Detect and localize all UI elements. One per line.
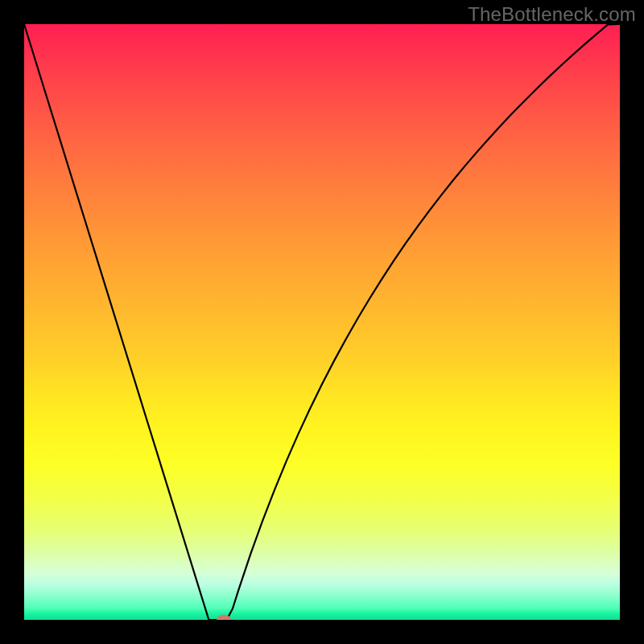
bottleneck-curve (24, 24, 620, 620)
minimum-marker (217, 615, 231, 621)
chart-frame: TheBottleneck.com (0, 0, 644, 644)
watermark-text: TheBottleneck.com (468, 3, 636, 26)
plot-area (24, 24, 620, 620)
